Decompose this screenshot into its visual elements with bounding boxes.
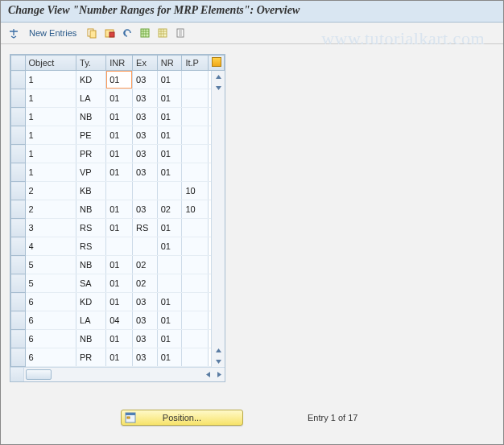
- cell-inr[interactable]: [106, 200, 133, 219]
- cell-ty[interactable]: [76, 274, 106, 293]
- cell-nr[interactable]: [157, 330, 182, 348]
- cell-ty[interactable]: [76, 256, 106, 274]
- row-handle[interactable]: [11, 71, 26, 89]
- cell-input-object[interactable]: [26, 256, 76, 274]
- row-selector-header[interactable]: [11, 56, 26, 71]
- cell-input-ty[interactable]: [76, 89, 105, 107]
- cell-object[interactable]: [25, 293, 76, 311]
- cell-input-ty[interactable]: [76, 219, 105, 237]
- cell-input-ex[interactable]: [133, 89, 157, 107]
- cell-input-object[interactable]: [26, 311, 76, 329]
- cell-input-nr[interactable]: [158, 200, 182, 218]
- cell-input-object[interactable]: [26, 108, 76, 126]
- cell-input-ty[interactable]: [76, 182, 105, 200]
- cell-ex[interactable]: [133, 163, 158, 182]
- cell-input-ty[interactable]: [76, 330, 105, 348]
- cell-input-nr[interactable]: [158, 219, 182, 237]
- cell-inr[interactable]: [106, 71, 133, 89]
- cell-itp[interactable]: [182, 256, 209, 274]
- cell-itp[interactable]: [182, 200, 209, 219]
- cell-input-object[interactable]: [26, 182, 76, 200]
- cell-inr[interactable]: [106, 182, 133, 200]
- cell-inr[interactable]: [106, 293, 133, 311]
- scroll-up-bottom-icon[interactable]: [213, 344, 224, 356]
- cell-input-ty[interactable]: [76, 145, 105, 163]
- row-handle[interactable]: [11, 200, 26, 219]
- cell-input-inr[interactable]: [106, 256, 132, 274]
- cell-input-itp[interactable]: [182, 182, 208, 200]
- row-handle[interactable]: [11, 89, 26, 108]
- cell-itp[interactable]: [182, 182, 209, 200]
- cell-inr[interactable]: [106, 126, 133, 145]
- cell-input-itp[interactable]: [182, 237, 208, 255]
- cell-input-inr[interactable]: [106, 311, 132, 329]
- cell-input-ex[interactable]: [133, 182, 157, 200]
- cell-object[interactable]: [25, 330, 76, 348]
- cell-inr[interactable]: [106, 145, 133, 163]
- cell-input-nr[interactable]: [158, 182, 182, 200]
- cell-inr[interactable]: [106, 163, 133, 182]
- cell-input-inr[interactable]: [106, 145, 132, 163]
- row-handle[interactable]: [11, 145, 26, 163]
- cell-ex[interactable]: [133, 89, 158, 108]
- cell-ty[interactable]: [76, 163, 106, 182]
- cell-object[interactable]: [25, 219, 76, 237]
- print-icon[interactable]: [173, 26, 188, 40]
- row-handle[interactable]: [11, 163, 26, 182]
- row-handle[interactable]: [11, 182, 26, 200]
- cell-input-nr[interactable]: [158, 330, 182, 348]
- position-button[interactable]: Position...: [121, 410, 243, 426]
- cell-object[interactable]: [25, 200, 76, 219]
- row-handle[interactable]: [11, 256, 26, 274]
- cell-ty[interactable]: [76, 330, 106, 348]
- cell-inr[interactable]: [106, 89, 133, 108]
- cell-nr[interactable]: [157, 200, 182, 219]
- col-header-ex[interactable]: Ex: [133, 56, 158, 71]
- cell-input-itp[interactable]: [182, 274, 208, 292]
- cell-input-object[interactable]: [26, 348, 76, 366]
- cell-itp[interactable]: [182, 219, 209, 237]
- cell-input-ex[interactable]: [133, 219, 157, 237]
- cell-input-itp[interactable]: [182, 145, 208, 163]
- cell-itp[interactable]: [182, 108, 209, 126]
- cell-itp[interactable]: [182, 163, 209, 182]
- cell-input-ty[interactable]: [76, 200, 105, 218]
- cell-ex[interactable]: [133, 108, 158, 126]
- cell-input-object[interactable]: [26, 237, 76, 255]
- cell-input-inr[interactable]: [106, 293, 132, 311]
- cell-ex[interactable]: [133, 71, 158, 89]
- cell-input-nr[interactable]: [158, 163, 182, 181]
- table-config-button[interactable]: [209, 56, 225, 71]
- cell-itp[interactable]: [182, 89, 209, 108]
- cell-input-object[interactable]: [26, 219, 76, 237]
- cell-nr[interactable]: [157, 182, 182, 200]
- cell-input-itp[interactable]: [182, 89, 208, 107]
- cell-itp[interactable]: [182, 71, 209, 89]
- cell-object[interactable]: [25, 145, 76, 163]
- cell-ex[interactable]: [133, 182, 158, 200]
- cell-input-ex[interactable]: [133, 311, 157, 329]
- cell-nr[interactable]: [157, 348, 182, 367]
- delete-icon[interactable]: [102, 26, 117, 40]
- cell-input-object[interactable]: [26, 200, 76, 218]
- deselect-all-icon[interactable]: [155, 26, 170, 40]
- cell-input-ty[interactable]: [76, 274, 105, 292]
- cell-itp[interactable]: [182, 311, 209, 330]
- cell-inr[interactable]: [106, 256, 133, 274]
- scroll-right-icon[interactable]: [213, 369, 225, 381]
- cell-input-inr[interactable]: [106, 274, 132, 292]
- col-header-itp[interactable]: It.P: [182, 56, 209, 71]
- cell-input-itp[interactable]: [182, 330, 208, 348]
- cell-input-itp[interactable]: [182, 200, 208, 218]
- cell-itp[interactable]: [182, 145, 209, 163]
- cell-object[interactable]: [25, 237, 76, 256]
- cell-input-ty[interactable]: [76, 163, 105, 181]
- cell-input-nr[interactable]: [158, 126, 182, 144]
- cell-nr[interactable]: [157, 274, 182, 293]
- horizontal-scrollbar[interactable]: [10, 367, 225, 381]
- cell-input-inr[interactable]: [106, 163, 132, 181]
- cell-input-nr[interactable]: [158, 71, 182, 89]
- cell-input-inr[interactable]: [106, 182, 132, 200]
- cell-itp[interactable]: [182, 330, 209, 348]
- cell-ty[interactable]: [76, 108, 106, 126]
